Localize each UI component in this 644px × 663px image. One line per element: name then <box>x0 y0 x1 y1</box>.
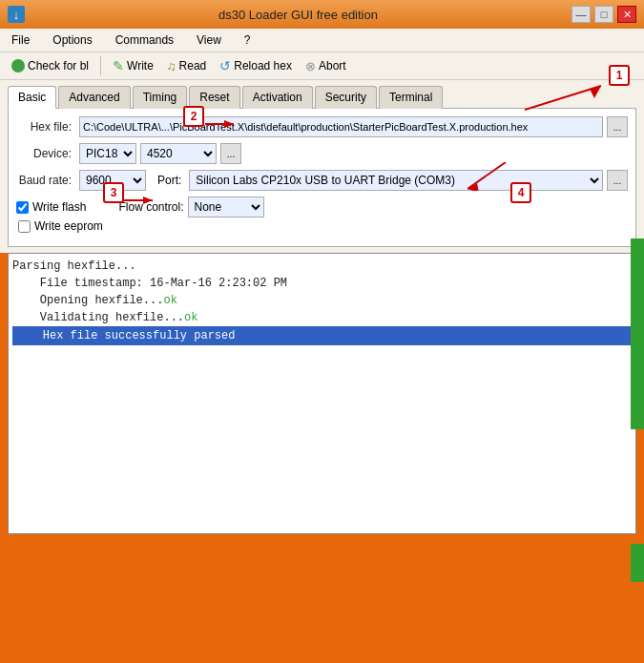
abort-button[interactable]: ⊗ Abort <box>301 57 350 75</box>
menu-options[interactable]: Options <box>49 31 95 49</box>
device-type-select[interactable]: PIC18F <box>79 143 136 164</box>
log-line-3: Opening hexfile...ok <box>12 292 632 309</box>
check-bl-button[interactable]: Check for bl <box>8 57 93 74</box>
write-eeprom-checkbox[interactable] <box>18 220 31 233</box>
svg-marker-5 <box>143 197 153 204</box>
svg-marker-3 <box>224 120 234 128</box>
write-eeprom-label: Write eeprom <box>34 219 103 233</box>
annotation-badge-1: 1 <box>609 65 630 86</box>
port-label: Port: <box>157 174 181 187</box>
hex-file-input[interactable] <box>79 116 603 137</box>
svg-line-0 <box>525 86 601 110</box>
minimize-button[interactable]: — <box>571 6 591 23</box>
hex-file-browse-button[interactable]: ... <box>607 116 628 137</box>
app-window: ↓ ds30 Loader GUI free edition — □ ✕ Fil… <box>0 0 644 663</box>
annotation-badge-4: 4 <box>510 182 531 203</box>
svg-line-6 <box>467 162 506 189</box>
write-icon: ✎ <box>113 58 124 73</box>
menu-commands[interactable]: Commands <box>112 31 177 49</box>
tab-basic[interactable]: Basic <box>8 86 56 109</box>
baud-rate-label: Baud rate: <box>16 174 75 187</box>
scrollbar-indicator-top <box>631 238 644 429</box>
log-highlight-1: Hex file successfully parsed <box>12 326 632 345</box>
annotation-arrow-1 <box>525 81 611 119</box>
tab-timing[interactable]: Timing <box>133 86 188 109</box>
write-flash-checkbox[interactable] <box>16 201 29 214</box>
annotation-arrow-2 <box>205 114 243 134</box>
tab-security[interactable]: Security <box>315 86 377 109</box>
annotation-badge-2: 2 <box>183 106 204 127</box>
log-ok-2: ok <box>184 311 197 324</box>
annotation-badge-3: 3 <box>103 182 124 203</box>
annotation-arrow-4 <box>467 162 515 191</box>
window-controls: — □ ✕ <box>571 6 636 23</box>
log-line-4: Validating hexfile...ok <box>12 309 632 326</box>
window-title: ds30 Loader GUI free edition <box>25 8 571 22</box>
title-bar: ↓ ds30 Loader GUI free edition — □ ✕ <box>0 0 644 29</box>
svg-marker-1 <box>590 86 601 98</box>
port-browse-button[interactable]: ... <box>607 170 628 191</box>
hex-file-label: Hex file: <box>16 120 75 134</box>
read-button[interactable]: ♫ Read <box>163 57 210 75</box>
log-ok-1: ok <box>163 294 177 307</box>
menu-view[interactable]: View <box>193 31 225 49</box>
maximize-button[interactable]: □ <box>594 6 613 23</box>
log-line-5: Hex file successfully parsed <box>12 326 632 345</box>
device-label: Device: <box>16 147 75 160</box>
reload-hex-button[interactable]: ↺ Reload hex <box>216 56 296 75</box>
log-line-1: Parsing hexfile... <box>12 258 632 275</box>
annotation-arrow-3 <box>124 191 162 210</box>
write-flash-label: Write flash <box>32 200 86 214</box>
separator-1 <box>100 56 101 75</box>
log-line-2: File timestamp: 16-Mar-16 2:23:02 PM <box>12 275 632 292</box>
menu-bar: File Options Commands View ? <box>0 29 644 52</box>
device-row: Device: PIC18F 4520 ... <box>16 143 628 164</box>
tab-terminal[interactable]: Terminal <box>379 86 443 109</box>
device-browse-button[interactable]: ... <box>220 143 241 164</box>
toolbar: Check for bl ✎ Write ♫ Read ↺ Reload hex… <box>0 52 644 80</box>
flow-control-select[interactable]: None <box>188 197 264 218</box>
check-bl-icon <box>11 59 25 73</box>
device-model-select[interactable]: 4520 <box>140 143 217 164</box>
close-button[interactable]: ✕ <box>617 6 636 23</box>
tab-advanced[interactable]: Advanced <box>58 86 130 109</box>
reload-icon: ↺ <box>219 58 231 73</box>
read-icon: ♫ <box>167 59 177 73</box>
app-icon: ↓ <box>8 6 25 23</box>
port-select[interactable]: Silicon Labs CP210x USB to UART Bridge (… <box>189 170 603 191</box>
menu-help[interactable]: ? <box>240 31 255 49</box>
write-button[interactable]: ✎ Write <box>109 56 157 75</box>
tab-activation[interactable]: Activation <box>242 86 313 109</box>
tab-content-basic: Hex file: ... Device: PIC18F 4520 ... Ba… <box>8 108 636 247</box>
abort-icon: ⊗ <box>305 59 316 73</box>
menu-file[interactable]: File <box>8 31 33 49</box>
hex-file-row: Hex file: ... <box>16 116 628 137</box>
scrollbar-indicator-bottom <box>631 544 644 582</box>
log-area: Parsing hexfile... File timestamp: 16-Ma… <box>8 253 636 534</box>
